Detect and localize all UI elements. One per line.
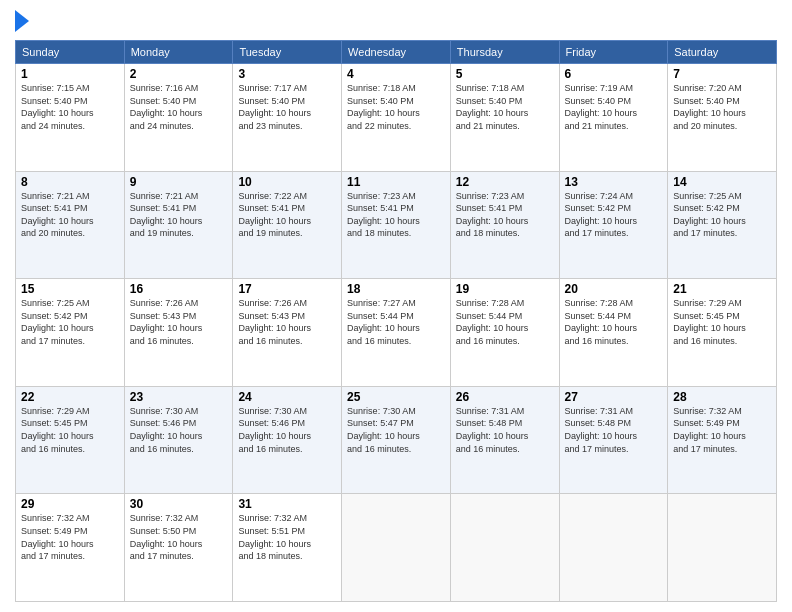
calendar-header-row: SundayMondayTuesdayWednesdayThursdayFrid… xyxy=(16,41,777,64)
day-of-week-header: Friday xyxy=(559,41,668,64)
day-info: Sunrise: 7:27 AM Sunset: 5:44 PM Dayligh… xyxy=(347,297,445,347)
day-info: Sunrise: 7:23 AM Sunset: 5:41 PM Dayligh… xyxy=(456,190,554,240)
day-info: Sunrise: 7:30 AM Sunset: 5:46 PM Dayligh… xyxy=(130,405,228,455)
calendar-cell: 14 Sunrise: 7:25 AM Sunset: 5:42 PM Dayl… xyxy=(668,171,777,279)
day-number: 13 xyxy=(565,175,663,189)
day-info: Sunrise: 7:25 AM Sunset: 5:42 PM Dayligh… xyxy=(673,190,771,240)
calendar-cell: 12 Sunrise: 7:23 AM Sunset: 5:41 PM Dayl… xyxy=(450,171,559,279)
day-number: 3 xyxy=(238,67,336,81)
day-info: Sunrise: 7:29 AM Sunset: 5:45 PM Dayligh… xyxy=(673,297,771,347)
day-number: 25 xyxy=(347,390,445,404)
calendar-cell: 3 Sunrise: 7:17 AM Sunset: 5:40 PM Dayli… xyxy=(233,64,342,172)
day-number: 11 xyxy=(347,175,445,189)
day-number: 21 xyxy=(673,282,771,296)
day-number: 31 xyxy=(238,497,336,511)
day-info: Sunrise: 7:32 AM Sunset: 5:49 PM Dayligh… xyxy=(673,405,771,455)
day-number: 26 xyxy=(456,390,554,404)
day-info: Sunrise: 7:29 AM Sunset: 5:45 PM Dayligh… xyxy=(21,405,119,455)
day-of-week-header: Monday xyxy=(124,41,233,64)
calendar-cell: 22 Sunrise: 7:29 AM Sunset: 5:45 PM Dayl… xyxy=(16,386,125,494)
calendar-week-row: 8 Sunrise: 7:21 AM Sunset: 5:41 PM Dayli… xyxy=(16,171,777,279)
day-info: Sunrise: 7:32 AM Sunset: 5:50 PM Dayligh… xyxy=(130,512,228,562)
calendar-cell: 11 Sunrise: 7:23 AM Sunset: 5:41 PM Dayl… xyxy=(342,171,451,279)
calendar-cell: 31 Sunrise: 7:32 AM Sunset: 5:51 PM Dayl… xyxy=(233,494,342,602)
day-number: 10 xyxy=(238,175,336,189)
day-info: Sunrise: 7:28 AM Sunset: 5:44 PM Dayligh… xyxy=(565,297,663,347)
day-number: 8 xyxy=(21,175,119,189)
calendar-cell xyxy=(668,494,777,602)
day-number: 7 xyxy=(673,67,771,81)
page: SundayMondayTuesdayWednesdayThursdayFrid… xyxy=(0,0,792,612)
calendar-week-row: 22 Sunrise: 7:29 AM Sunset: 5:45 PM Dayl… xyxy=(16,386,777,494)
day-number: 4 xyxy=(347,67,445,81)
calendar-cell: 27 Sunrise: 7:31 AM Sunset: 5:48 PM Dayl… xyxy=(559,386,668,494)
day-number: 2 xyxy=(130,67,228,81)
day-info: Sunrise: 7:20 AM Sunset: 5:40 PM Dayligh… xyxy=(673,82,771,132)
calendar-cell: 6 Sunrise: 7:19 AM Sunset: 5:40 PM Dayli… xyxy=(559,64,668,172)
day-info: Sunrise: 7:23 AM Sunset: 5:41 PM Dayligh… xyxy=(347,190,445,240)
day-number: 6 xyxy=(565,67,663,81)
day-info: Sunrise: 7:24 AM Sunset: 5:42 PM Dayligh… xyxy=(565,190,663,240)
calendar-cell: 15 Sunrise: 7:25 AM Sunset: 5:42 PM Dayl… xyxy=(16,279,125,387)
day-number: 14 xyxy=(673,175,771,189)
calendar-cell: 25 Sunrise: 7:30 AM Sunset: 5:47 PM Dayl… xyxy=(342,386,451,494)
day-number: 20 xyxy=(565,282,663,296)
day-number: 16 xyxy=(130,282,228,296)
day-info: Sunrise: 7:26 AM Sunset: 5:43 PM Dayligh… xyxy=(238,297,336,347)
day-number: 19 xyxy=(456,282,554,296)
calendar-cell xyxy=(559,494,668,602)
calendar-cell: 23 Sunrise: 7:30 AM Sunset: 5:46 PM Dayl… xyxy=(124,386,233,494)
calendar-cell: 9 Sunrise: 7:21 AM Sunset: 5:41 PM Dayli… xyxy=(124,171,233,279)
day-info: Sunrise: 7:31 AM Sunset: 5:48 PM Dayligh… xyxy=(456,405,554,455)
day-of-week-header: Thursday xyxy=(450,41,559,64)
calendar-cell: 1 Sunrise: 7:15 AM Sunset: 5:40 PM Dayli… xyxy=(16,64,125,172)
calendar: SundayMondayTuesdayWednesdayThursdayFrid… xyxy=(15,40,777,602)
calendar-cell: 17 Sunrise: 7:26 AM Sunset: 5:43 PM Dayl… xyxy=(233,279,342,387)
calendar-cell: 10 Sunrise: 7:22 AM Sunset: 5:41 PM Dayl… xyxy=(233,171,342,279)
day-number: 27 xyxy=(565,390,663,404)
day-info: Sunrise: 7:22 AM Sunset: 5:41 PM Dayligh… xyxy=(238,190,336,240)
day-of-week-header: Tuesday xyxy=(233,41,342,64)
day-info: Sunrise: 7:15 AM Sunset: 5:40 PM Dayligh… xyxy=(21,82,119,132)
day-of-week-header: Saturday xyxy=(668,41,777,64)
calendar-cell: 8 Sunrise: 7:21 AM Sunset: 5:41 PM Dayli… xyxy=(16,171,125,279)
calendar-cell xyxy=(450,494,559,602)
day-of-week-header: Sunday xyxy=(16,41,125,64)
calendar-cell: 16 Sunrise: 7:26 AM Sunset: 5:43 PM Dayl… xyxy=(124,279,233,387)
day-info: Sunrise: 7:21 AM Sunset: 5:41 PM Dayligh… xyxy=(130,190,228,240)
day-number: 15 xyxy=(21,282,119,296)
calendar-week-row: 15 Sunrise: 7:25 AM Sunset: 5:42 PM Dayl… xyxy=(16,279,777,387)
day-info: Sunrise: 7:28 AM Sunset: 5:44 PM Dayligh… xyxy=(456,297,554,347)
day-number: 30 xyxy=(130,497,228,511)
calendar-cell: 4 Sunrise: 7:18 AM Sunset: 5:40 PM Dayli… xyxy=(342,64,451,172)
day-number: 9 xyxy=(130,175,228,189)
day-number: 5 xyxy=(456,67,554,81)
day-number: 29 xyxy=(21,497,119,511)
day-number: 12 xyxy=(456,175,554,189)
svg-marker-0 xyxy=(15,10,29,32)
calendar-cell: 2 Sunrise: 7:16 AM Sunset: 5:40 PM Dayli… xyxy=(124,64,233,172)
day-number: 23 xyxy=(130,390,228,404)
day-info: Sunrise: 7:19 AM Sunset: 5:40 PM Dayligh… xyxy=(565,82,663,132)
calendar-cell xyxy=(342,494,451,602)
day-info: Sunrise: 7:17 AM Sunset: 5:40 PM Dayligh… xyxy=(238,82,336,132)
calendar-cell: 24 Sunrise: 7:30 AM Sunset: 5:46 PM Dayl… xyxy=(233,386,342,494)
day-number: 22 xyxy=(21,390,119,404)
logo xyxy=(15,10,33,32)
calendar-cell: 19 Sunrise: 7:28 AM Sunset: 5:44 PM Dayl… xyxy=(450,279,559,387)
day-number: 18 xyxy=(347,282,445,296)
day-info: Sunrise: 7:26 AM Sunset: 5:43 PM Dayligh… xyxy=(130,297,228,347)
calendar-cell: 28 Sunrise: 7:32 AM Sunset: 5:49 PM Dayl… xyxy=(668,386,777,494)
calendar-week-row: 29 Sunrise: 7:32 AM Sunset: 5:49 PM Dayl… xyxy=(16,494,777,602)
calendar-week-row: 1 Sunrise: 7:15 AM Sunset: 5:40 PM Dayli… xyxy=(16,64,777,172)
day-number: 1 xyxy=(21,67,119,81)
day-info: Sunrise: 7:30 AM Sunset: 5:47 PM Dayligh… xyxy=(347,405,445,455)
calendar-cell: 21 Sunrise: 7:29 AM Sunset: 5:45 PM Dayl… xyxy=(668,279,777,387)
calendar-cell: 26 Sunrise: 7:31 AM Sunset: 5:48 PM Dayl… xyxy=(450,386,559,494)
calendar-cell: 30 Sunrise: 7:32 AM Sunset: 5:50 PM Dayl… xyxy=(124,494,233,602)
day-info: Sunrise: 7:31 AM Sunset: 5:48 PM Dayligh… xyxy=(565,405,663,455)
day-of-week-header: Wednesday xyxy=(342,41,451,64)
calendar-cell: 13 Sunrise: 7:24 AM Sunset: 5:42 PM Dayl… xyxy=(559,171,668,279)
day-number: 24 xyxy=(238,390,336,404)
day-info: Sunrise: 7:30 AM Sunset: 5:46 PM Dayligh… xyxy=(238,405,336,455)
